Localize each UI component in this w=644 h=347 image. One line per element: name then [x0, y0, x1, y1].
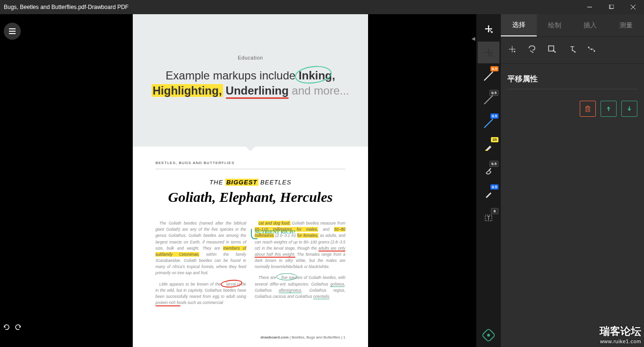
ink-circle-annotation	[294, 64, 333, 86]
pen-tool-3[interactable]: 0.5	[478, 113, 499, 134]
gear-icon	[481, 328, 496, 342]
beetle-names-title: Goliath, Elephant, Hercules	[155, 189, 345, 205]
move-select-icon[interactable]	[507, 44, 517, 56]
document-viewer[interactable]: Education Example markups include Inking…	[25, 14, 476, 347]
category-label: Education	[133, 14, 368, 61]
highlighter-tool[interactable]: 35	[478, 136, 499, 158]
move-up-button[interactable]	[601, 101, 617, 117]
left-sidebar	[0, 14, 25, 347]
selection-tools-row: T	[501, 37, 644, 64]
section-smallcaps: BEETLES, BUGS AND BUTTERFLIES	[155, 161, 345, 165]
tab-select[interactable]: 选择	[501, 14, 537, 36]
header-triangle	[245, 146, 256, 151]
cursor-move-tool[interactable]	[478, 18, 499, 40]
title-filename: Bugs, Beetles and Butterflies.pdf	[4, 4, 86, 10]
maximize-button[interactable]	[601, 0, 622, 14]
highlighting-word: Highlighting,	[152, 84, 223, 97]
properties-panel: 选择 绘制 插入 测量 T 平移属性	[501, 14, 644, 347]
collapse-toolbar-icon[interactable]: ◀	[472, 36, 475, 41]
redo-button[interactable]	[15, 323, 22, 333]
larval-cycle-circle: larval cycle	[223, 281, 246, 287]
header-line2: Highlighting, Underlining and more...	[133, 84, 368, 97]
title-sep: -	[86, 4, 88, 10]
svg-rect-8	[485, 150, 488, 151]
path-select-icon[interactable]	[587, 44, 596, 56]
title-app: Drawboard PDF	[88, 4, 129, 10]
eraser-tool[interactable]: 0.5	[478, 160, 499, 182]
divider	[155, 169, 345, 169]
five-species-circle: five species	[278, 275, 302, 281]
menu-button[interactable]	[4, 23, 21, 40]
close-button[interactable]	[622, 0, 644, 14]
pen-tool-4[interactable]: 0.5	[478, 183, 499, 205]
svg-point-12	[532, 52, 533, 53]
tool-toolbar: ◀ 0.5 0.5 0.5 35 0.5 0.5 6T	[476, 14, 501, 347]
inking-word: Inking,	[299, 69, 335, 82]
tab-measure[interactable]: 测量	[608, 14, 644, 36]
svg-point-11	[514, 51, 515, 52]
column-left: The Goliath beetles (named after the bib…	[155, 220, 246, 311]
tab-draw[interactable]: 绘制	[537, 14, 573, 36]
lasso-select-icon[interactable]	[527, 44, 537, 56]
rect-select-icon[interactable]	[547, 44, 557, 56]
properties-divider	[507, 89, 637, 89]
pen-tool-1[interactable]: 0.5	[478, 65, 499, 87]
pan-select-tool[interactable]	[478, 42, 499, 63]
biggest-beetles-title: THE BIGGEST BEETLES	[155, 179, 345, 186]
undo-button[interactable]	[2, 323, 10, 333]
svg-text:T: T	[487, 216, 490, 221]
watermark: 瑞客论坛 www.ruike1.com	[600, 324, 641, 344]
panel-tabs: 选择 绘制 插入 测量	[501, 14, 644, 37]
move-down-button[interactable]	[621, 101, 637, 117]
text-select-icon[interactable]: T	[567, 44, 576, 56]
text-tool[interactable]: 6T	[478, 207, 499, 229]
pdf-page: Education Example markups include Inking…	[133, 14, 368, 347]
delete-button[interactable]	[580, 101, 596, 117]
underlining-word: Underlining	[226, 84, 289, 97]
pen-tool-2[interactable]: 0.5	[478, 89, 499, 111]
nutrient-rich-annotation: NUTRIENT RICH?	[255, 229, 295, 234]
svg-rect-18	[586, 107, 590, 112]
properties-title: 平移属性	[501, 64, 644, 89]
tab-insert[interactable]: 插入	[573, 14, 609, 36]
svg-rect-2	[610, 5, 614, 9]
settings-tool[interactable]	[483, 330, 494, 340]
header-line1: Example markups include Inking,	[133, 69, 368, 82]
titlebar: Bugs, Beetles and Butterflies.pdf - Draw…	[0, 0, 644, 14]
page-footer: drawboard.com | Beetles, Bugs and Butter…	[260, 335, 345, 339]
minimize-button[interactable]	[579, 0, 601, 14]
